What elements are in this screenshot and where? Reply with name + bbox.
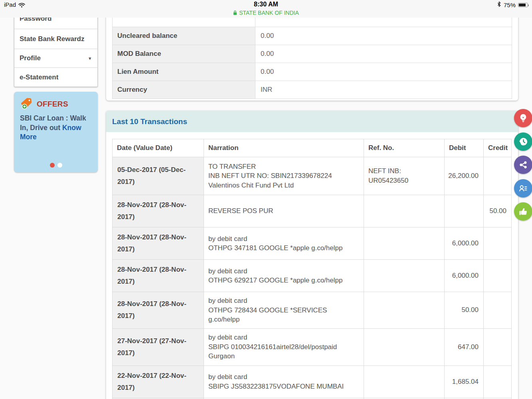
offer-tag-icon	[20, 97, 33, 112]
transaction-narr: by debit card OTHPG 347181 GOOGLE *apple…	[204, 227, 364, 260]
account-summary-panel: Uncleared balance0.00MOD Balance0.00Lien…	[106, 8, 518, 101]
transaction-debit: 6,000.00	[445, 227, 484, 260]
fab-lightbulb-icon[interactable]	[514, 109, 532, 127]
offers-carousel-dots	[14, 163, 98, 168]
transaction-credit	[484, 227, 512, 260]
battery-percent: 75%	[504, 2, 516, 8]
fab-contact-list-icon[interactable]	[514, 179, 532, 198]
transactions-panel: Last 10 Transactions Date (Value Date)Na…	[106, 111, 518, 399]
transaction-date: 28-Nov-2017 (28-Nov-2017)	[113, 195, 204, 227]
column-header-ref-no-: Ref. No.	[364, 139, 445, 157]
transaction-row: 27-Nov-2017 (27-Nov-2017)by debit card S…	[113, 328, 512, 365]
transaction-credit	[484, 328, 512, 365]
offers-card: OFFERS SBI Car Loan : Walk In, Drive out…	[14, 92, 98, 172]
transaction-row: 28-Nov-2017 (28-Nov-2017)by debit card O…	[113, 292, 512, 329]
fab-thumbs-up-icon[interactable]	[514, 202, 532, 221]
transaction-credit	[484, 260, 512, 292]
column-header-narration: Narration	[204, 139, 364, 157]
summary-value: 0.00	[255, 63, 512, 81]
transaction-credit	[484, 365, 512, 398]
summary-row: Lien Amount0.00	[113, 63, 512, 81]
summary-value: 0.00	[255, 27, 512, 45]
column-header-credit: Credit	[484, 139, 512, 157]
summary-row: MOD Balance0.00	[113, 45, 512, 63]
transaction-credit	[484, 157, 512, 195]
transaction-ref: NEFT INB: UR05423650	[364, 157, 445, 195]
transaction-debit: 6,000.00	[445, 260, 484, 292]
account-summary-table: Uncleared balance0.00MOD Balance0.00Lien…	[112, 8, 512, 99]
offer-text: SBI Car Loan : Walk In, Drive out Know M…	[20, 114, 89, 142]
transaction-credit: 50.00	[484, 195, 512, 227]
sidebar-item-label: Profile	[20, 54, 41, 62]
transaction-ref	[364, 260, 445, 292]
transaction-date: 27-Nov-2017 (27-Nov-2017)	[113, 328, 204, 365]
transactions-rows: 05-Dec-2017 (05-Dec-2017)TO TRANSFER INB…	[113, 157, 512, 399]
transaction-row: 22-Nov-2017 (22-Nov-2017)by debit card S…	[113, 365, 512, 398]
sidebar-item-e-statement[interactable]: e-Statement	[14, 68, 97, 87]
transaction-debit	[445, 195, 484, 227]
offers-title: OFFERS	[37, 100, 68, 109]
transaction-debit: 50.00	[445, 292, 484, 329]
summary-value: 0.00	[255, 45, 512, 63]
sidebar-menu: PasswordState Bank RewardzProfile▾e-Stat…	[14, 8, 98, 87]
transaction-date: 28-Nov-2017 (28-Nov-2017)	[113, 292, 204, 329]
transaction-date: 05-Dec-2017 (05-Dec-2017)	[113, 157, 204, 195]
bluetooth-icon	[497, 1, 501, 9]
summary-label: MOD Balance	[113, 45, 255, 63]
summary-label: Uncleared balance	[113, 27, 255, 45]
sidebar-item-profile[interactable]: Profile▾	[14, 49, 97, 68]
sidebar-item-label: State Bank Rewardz	[20, 35, 85, 43]
account-summary-rows: Uncleared balance0.00MOD Balance0.00Lien…	[113, 8, 512, 99]
sidebar-item-label: e-Statement	[20, 73, 58, 81]
carousel-dot-active[interactable]	[50, 163, 55, 168]
transaction-ref	[364, 227, 445, 260]
fab-share-nodes-icon[interactable]	[514, 156, 532, 174]
site-identity: STATE BANK OF INDIA	[0, 10, 532, 16]
transaction-narr: REVERSE POS PUR	[204, 195, 364, 227]
transaction-row: 05-Dec-2017 (05-Dec-2017)TO TRANSFER INB…	[113, 157, 512, 195]
carousel-dot[interactable]	[57, 163, 62, 168]
transactions-header-row: Date (Value Date)NarrationRef. No.DebitC…	[113, 139, 512, 157]
transaction-ref	[364, 328, 445, 365]
summary-label: Currency	[113, 81, 255, 99]
transaction-narr: by debit card OTHPG 629217 GOOGLE *apple…	[204, 260, 364, 292]
transactions-title: Last 10 Transactions	[106, 111, 518, 132]
lock-icon	[233, 10, 237, 16]
transaction-ref	[364, 292, 445, 329]
transaction-narr: by debit card SBIPG JS5832238175VODAFONE…	[204, 365, 364, 398]
summary-label: Lien Amount	[113, 63, 255, 81]
transaction-debit: 1,685.04	[445, 365, 484, 398]
ios-status-bar: iPad 8:30 AM STATE BANK OF INDIA 75%	[0, 0, 532, 18]
transaction-narr: TO TRANSFER INB NEFT UTR NO: SBIN2173396…	[204, 157, 364, 195]
transaction-credit	[484, 292, 512, 329]
sidebar-item-state-bank-rewardz[interactable]: State Bank Rewardz	[14, 29, 97, 49]
transaction-date: 28-Nov-2017 (28-Nov-2017)	[113, 227, 204, 260]
column-header-date-value-date-: Date (Value Date)	[113, 139, 204, 157]
transaction-date: 22-Nov-2017 (22-Nov-2017)	[113, 365, 204, 398]
transaction-row: 28-Nov-2017 (28-Nov-2017)REVERSE POS PUR…	[113, 195, 512, 227]
transaction-narr: by debit card OTHPG 728434 GOOGLE *SERVI…	[204, 292, 364, 329]
summary-row: Uncleared balance0.00	[113, 27, 512, 45]
transactions-table: Date (Value Date)NarrationRef. No.DebitC…	[112, 139, 512, 399]
transaction-ref	[364, 365, 445, 398]
column-header-debit: Debit	[445, 139, 484, 157]
fab-history-clock-icon[interactable]	[514, 132, 532, 151]
battery-icon	[518, 3, 528, 7]
transaction-debit: 647.00	[445, 328, 484, 365]
transaction-debit: 26,200.00	[445, 157, 484, 195]
transaction-narr: by debit card SBIPG 010034216161airtel28…	[204, 328, 364, 365]
transaction-date: 28-Nov-2017 (28-Nov-2017)	[113, 260, 204, 292]
clock: 8:30 AM	[0, 1, 532, 8]
transaction-row: 28-Nov-2017 (28-Nov-2017)by debit card O…	[113, 227, 512, 260]
transaction-ref	[364, 195, 445, 227]
summary-row: CurrencyINR	[113, 81, 512, 99]
summary-value: INR	[255, 81, 512, 99]
transaction-row: 28-Nov-2017 (28-Nov-2017)by debit card O…	[113, 260, 512, 292]
sidebar-list: PasswordState Bank RewardzProfile▾e-Stat…	[14, 8, 97, 87]
chevron-down-icon: ▾	[89, 56, 91, 61]
